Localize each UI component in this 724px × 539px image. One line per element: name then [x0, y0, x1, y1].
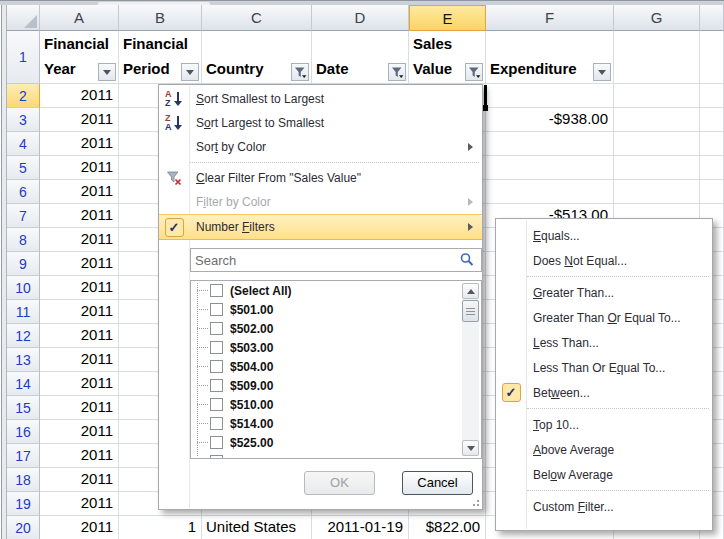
- cell-g[interactable]: [614, 180, 700, 204]
- cell-f[interactable]: [486, 132, 614, 156]
- row-header[interactable]: 15: [7, 396, 40, 420]
- cell-a[interactable]: 2011: [40, 252, 119, 276]
- submenu-item[interactable]: ✓ Custom Filter...: [496, 494, 712, 519]
- menu-item-sort-by-color[interactable]: Sort by Color: [159, 135, 482, 159]
- menu-item-sort-largest-to-smallest[interactable]: ZA Sort Largest to Smallest: [159, 111, 482, 135]
- checkbox-unchecked-icon[interactable]: [210, 417, 223, 430]
- row-header[interactable]: 8: [7, 228, 40, 252]
- checkbox-unchecked-icon[interactable]: [210, 360, 223, 373]
- cell-f[interactable]: [486, 180, 614, 204]
- row-header[interactable]: 4: [7, 132, 40, 156]
- cell-a[interactable]: 2011: [40, 516, 119, 539]
- filter-value-item[interactable]: $502.00: [191, 319, 481, 338]
- row-header[interactable]: 17: [7, 444, 40, 468]
- cell-a[interactable]: 2011: [40, 132, 119, 156]
- column-header-b[interactable]: B: [119, 5, 202, 31]
- resize-grip-icon[interactable]: [469, 496, 479, 506]
- submenu-item[interactable]: ✓ Greater Than...: [496, 280, 712, 305]
- cell-h[interactable]: [700, 180, 724, 204]
- cell-f[interactable]: [486, 156, 614, 180]
- submenu-item[interactable]: ✓ Top 10...: [496, 412, 712, 437]
- header-cell-empty-g[interactable]: [614, 31, 700, 84]
- filter-value-item[interactable]: $525.00: [191, 433, 481, 452]
- search-input[interactable]: [191, 253, 459, 268]
- submenu-item[interactable]: ✓ Less Than...: [496, 330, 712, 355]
- row-header[interactable]: 11: [7, 300, 40, 324]
- cell-a[interactable]: 2011: [40, 180, 119, 204]
- ok-button[interactable]: OK: [304, 471, 375, 495]
- cell-b[interactable]: 1: [119, 516, 202, 539]
- menu-item-sort-smallest-to-largest[interactable]: AZ Sort Smallest to Largest: [159, 87, 482, 111]
- cell-a[interactable]: 2011: [40, 444, 119, 468]
- cell-g[interactable]: [614, 84, 700, 108]
- filter-value-item[interactable]: $509.00: [191, 376, 481, 395]
- cell-c[interactable]: United States: [202, 516, 312, 539]
- checkbox-unchecked-icon[interactable]: [210, 398, 223, 411]
- header-cell-financial-period[interactable]: Financial Period: [119, 31, 202, 84]
- submenu-item[interactable]: ✓ Below Average: [496, 462, 712, 487]
- submenu-item[interactable]: ✓ Greater Than Or Equal To...: [496, 305, 712, 330]
- row-header[interactable]: 14: [7, 372, 40, 396]
- cell-a[interactable]: 2011: [40, 372, 119, 396]
- row-header[interactable]: 9: [7, 252, 40, 276]
- scroll-up-button[interactable]: [462, 283, 479, 299]
- filter-value-item[interactable]: $501.00: [191, 300, 481, 319]
- submenu-item[interactable]: ✓ Equals...: [496, 223, 712, 248]
- header-cell-expenditure[interactable]: Expenditure: [486, 31, 614, 84]
- row-header[interactable]: 5: [7, 156, 40, 180]
- cell-h[interactable]: [700, 84, 724, 108]
- filter-value-item[interactable]: $503.00: [191, 338, 481, 357]
- cell-a[interactable]: 2011: [40, 156, 119, 180]
- row-header[interactable]: 12: [7, 324, 40, 348]
- column-header-c[interactable]: C: [202, 5, 312, 31]
- header-cell-date[interactable]: Date: [312, 31, 409, 84]
- menu-item-filter-by-color[interactable]: Filter by Color: [159, 190, 482, 214]
- cancel-button[interactable]: Cancel: [402, 471, 473, 495]
- row-header[interactable]: 16: [7, 420, 40, 444]
- cell-a[interactable]: 2011: [40, 348, 119, 372]
- checkbox-unchecked-icon[interactable]: [210, 322, 223, 335]
- row-header[interactable]: 19: [7, 492, 40, 516]
- select-all-corner[interactable]: [7, 5, 40, 31]
- checkbox-unchecked-icon[interactable]: [210, 284, 223, 297]
- column-header-d[interactable]: D: [312, 5, 409, 31]
- cell-a[interactable]: 2011: [40, 276, 119, 300]
- cell-e[interactable]: $822.00: [409, 516, 486, 539]
- submenu-item[interactable]: ✓ Less Than Or Equal To...: [496, 355, 712, 380]
- cell-d[interactable]: 2011-01-19: [312, 516, 409, 539]
- filter-dropdown-button[interactable]: [181, 63, 199, 81]
- scroll-down-button[interactable]: [462, 440, 479, 456]
- cell-a[interactable]: 2011: [40, 396, 119, 420]
- filter-dropdown-button[interactable]: [98, 63, 116, 81]
- column-header-g[interactable]: G: [614, 5, 700, 31]
- submenu-item[interactable]: ✓ Does Not Equal...: [496, 248, 712, 273]
- filter-dropdown-button[interactable]: [593, 63, 611, 81]
- row-header[interactable]: 2: [7, 84, 40, 108]
- row-header[interactable]: 18: [7, 468, 40, 492]
- checkbox-unchecked-icon[interactable]: [210, 379, 223, 392]
- cell-g[interactable]: [614, 132, 700, 156]
- cell-a[interactable]: 2011: [40, 228, 119, 252]
- column-header-f[interactable]: F: [486, 5, 614, 31]
- filter-value-item[interactable]: $510.00: [191, 395, 481, 414]
- row-header[interactable]: 6: [7, 180, 40, 204]
- scrollbar-thumb[interactable]: [462, 300, 479, 322]
- row-header[interactable]: 3: [7, 108, 40, 132]
- header-cell-country[interactable]: Country: [202, 31, 312, 84]
- cell-h[interactable]: [700, 132, 724, 156]
- filter-value-item[interactable]: $504.00: [191, 357, 481, 376]
- cell-g[interactable]: [614, 156, 700, 180]
- column-header-a[interactable]: A: [40, 5, 119, 31]
- menu-item-number-filters[interactable]: ✓ Number Filters: [159, 214, 482, 240]
- header-cell-sales-value[interactable]: Sales Value: [409, 31, 486, 84]
- checkbox-unchecked-icon[interactable]: [210, 341, 223, 354]
- cell-a[interactable]: 2011: [40, 300, 119, 324]
- row-header[interactable]: 7: [7, 204, 40, 228]
- cell-a[interactable]: 2011: [40, 492, 119, 516]
- filter-value-item[interactable]: [191, 452, 481, 459]
- menu-item-clear-filter[interactable]: Clear Filter From "Sales Value": [159, 166, 482, 190]
- checkbox-unchecked-icon[interactable]: [210, 303, 223, 316]
- column-header-partial[interactable]: [700, 5, 724, 31]
- filter-applied-button[interactable]: [388, 63, 406, 81]
- header-cell-financial-year[interactable]: Financial Year: [40, 31, 119, 84]
